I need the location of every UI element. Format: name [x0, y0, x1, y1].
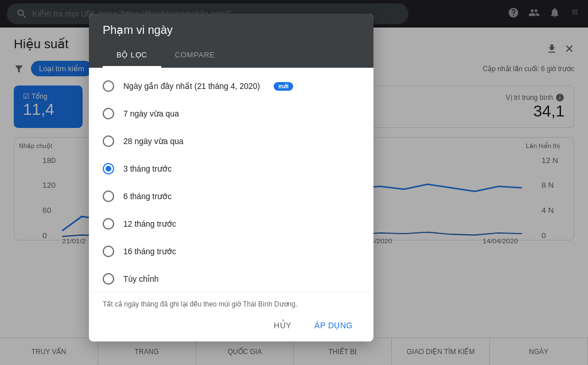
option-3months[interactable]: 3 tháng trước — [89, 155, 373, 182]
footer-actions: HỦY ÁP DỤNG — [103, 316, 360, 335]
modal-header: Phạm vi ngày BỘ LỌC COMPARE — [89, 14, 373, 68]
footer-note: Tất cả ngày tháng đã ghi lại đều theo mú… — [103, 299, 360, 309]
option-3months-label: 3 tháng trước — [123, 164, 172, 173]
option-28days-label: 28 ngày vừa qua — [123, 137, 184, 146]
radio-16months[interactable] — [103, 246, 114, 257]
radio-28days[interactable] — [103, 135, 114, 147]
option-7days[interactable]: 7 ngày vừa qua — [89, 100, 373, 127]
tab-compare[interactable]: COMPARE — [161, 44, 229, 68]
radio-12months[interactable] — [103, 218, 114, 230]
date-range-modal: Phạm vi ngày BỘ LỌC COMPARE Ngày gần đây… — [89, 14, 373, 341]
radio-7days[interactable] — [103, 108, 114, 119]
tab-bo-loc[interactable]: BỘ LỌC — [103, 44, 161, 68]
option-6months-label: 6 tháng trước — [123, 192, 172, 201]
radio-6months[interactable] — [103, 191, 114, 202]
option-28days[interactable]: 28 ngày vừa qua — [89, 127, 373, 155]
modal-body[interactable]: Ngày gần đây nhất (21 tháng 4, 2020) mới… — [89, 68, 373, 292]
option-recent[interactable]: Ngày gần đây nhất (21 tháng 4, 2020) mới — [89, 72, 373, 100]
option-12months-label: 12 tháng trước — [123, 219, 176, 228]
apply-button[interactable]: ÁP DỤNG — [307, 316, 360, 335]
modal-title: Phạm vi ngày — [103, 23, 360, 37]
option-16months[interactable]: 16 tháng trước — [89, 238, 373, 265]
option-6months[interactable]: 6 tháng trước — [89, 182, 373, 210]
radio-custom[interactable] — [103, 273, 114, 285]
option-recent-label: Ngày gần đây nhất (21 tháng 4, 2020) — [123, 81, 260, 91]
option-custom[interactable]: Tùy chỉnh — [89, 265, 373, 292]
modal-tabs: BỘ LỌC COMPARE — [103, 44, 360, 68]
radio-3months[interactable] — [103, 163, 114, 174]
cancel-button[interactable]: HỦY — [267, 316, 298, 335]
option-12months[interactable]: 12 tháng trước — [89, 210, 373, 238]
badge-new: mới — [274, 82, 293, 91]
option-7days-label: 7 ngày vừa qua — [123, 109, 179, 118]
radio-recent[interactable] — [103, 80, 114, 92]
option-16months-label: 16 tháng trước — [123, 247, 176, 256]
option-custom-label: Tùy chỉnh — [123, 274, 159, 284]
modal-footer: Tất cả ngày tháng đã ghi lại đều theo mú… — [89, 292, 373, 341]
